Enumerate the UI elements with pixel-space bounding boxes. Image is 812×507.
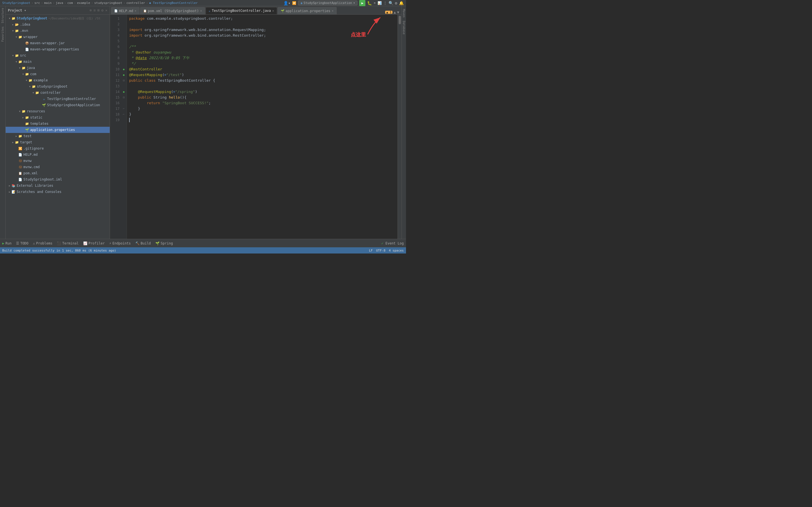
tab-testcontroller[interactable]: ☕ TestSpringBootController.java × — [206, 7, 277, 14]
tab-close-icon[interactable]: × — [272, 9, 274, 12]
settings-project-icon[interactable]: ⚙ — [101, 8, 103, 12]
code-content[interactable]: package com.example.studyspringboot.cont… — [127, 15, 398, 239]
tree-item-resources[interactable]: ▼ 📁 resources — [6, 108, 110, 114]
tree-item-root[interactable]: ▼ 📁 StudySpringboot ~/Documents/idea项目 (… — [6, 15, 110, 21]
spring-toolbar-item[interactable]: 🌱 Spring — [155, 241, 173, 245]
maven-tab[interactable]: Maven — [402, 7, 406, 19]
breadcrumb-item[interactable]: studyspringboot — [94, 1, 122, 5]
todo-toolbar-item[interactable]: ☰ TODO — [16, 241, 29, 245]
collapse-icon[interactable]: ⊕ — [90, 8, 92, 12]
tree-item-mvn-props[interactable]: 📄 maven-wrapper.properties — [6, 46, 110, 52]
tree-item-idea[interactable]: ▶ 📂 .idea — [6, 21, 110, 27]
tree-arrow: ▼ — [18, 67, 21, 69]
build-toolbar-item[interactable]: 🔨 Build — [135, 241, 151, 245]
scratches-icon: 📝 — [11, 189, 16, 194]
encoding[interactable]: UTF-8 — [376, 249, 386, 252]
props-icon: 📄 — [25, 47, 29, 52]
tree-item-com[interactable]: ▼ 📁 com — [6, 71, 110, 77]
tree-item-ext-libs[interactable]: ▶ 📚 External Libraries — [6, 182, 110, 189]
endpoints-toolbar-item[interactable]: ⚡ Endpoints — [109, 241, 131, 245]
tab-appprops[interactable]: 🌱 application.properties × — [278, 7, 337, 14]
tree-item-test-controller[interactable]: ☕ TestSpringBootController — [6, 96, 110, 102]
warning-badge[interactable]: ▲ 1 — [385, 11, 393, 14]
notifications-icon[interactable]: 🔔 — [399, 1, 404, 5]
problems-toolbar-item[interactable]: ⚠ Problems — [33, 241, 52, 245]
tab-pomxml[interactable]: 📋 pom.xml (StudySpringboot) × — [140, 7, 205, 14]
indent[interactable]: 4 spaces — [389, 249, 404, 252]
tree-item-mvnwcmd[interactable]: Ⓜ mvnw.cmd — [6, 164, 110, 170]
tree-item-static[interactable]: ▶ 📁 static — [6, 114, 110, 121]
search-icon[interactable]: 🔍 — [389, 1, 393, 5]
resources-folder-icon: 📁 — [21, 109, 26, 114]
tree-item-test[interactable]: ▶ 📁 test — [6, 133, 110, 139]
tree-item-java[interactable]: ▼ 📁 java — [6, 65, 110, 71]
tree-item-main-app[interactable]: 🌱 StudySpringbootApplication — [6, 102, 110, 108]
editor-tabs: 📄 HELP.md × 📋 pom.xml (StudySpringboot) … — [110, 6, 402, 15]
favorites-tab[interactable]: Favorites — [1, 25, 5, 43]
breadcrumb-item[interactable]: src — [35, 1, 40, 5]
tree-label: StudySpringboot.iml — [23, 177, 62, 181]
breadcrumb-item[interactable]: example — [77, 1, 90, 5]
more-icon[interactable]: ⋮ — [384, 1, 387, 5]
debug-icon[interactable]: 🐛 — [367, 1, 372, 5]
line-sep[interactable]: LF — [369, 249, 373, 252]
tab-helpmd[interactable]: 📄 HELP.md × — [111, 7, 140, 14]
tree-item-mvnw[interactable]: Ⓜ mvnw — [6, 158, 110, 164]
tree-item-studyspringboot[interactable]: ▼ 📁 studyspringboot — [6, 83, 110, 90]
profile-icon[interactable]: 📊 — [377, 1, 382, 5]
tree-item-wrapper[interactable]: ▼ 📁 wrapper — [6, 34, 110, 40]
event-log-item[interactable]: ✓ Event Log — [382, 241, 404, 245]
tree-item-target[interactable]: ▶ 📁 target — [6, 139, 110, 145]
breadcrumb-item[interactable]: main — [44, 1, 52, 5]
tree-item-gitignore[interactable]: 🔀 .gitignore — [6, 145, 110, 152]
project-tree: ▼ 📁 StudySpringboot ~/Documents/idea项目 (… — [6, 15, 110, 239]
tree-item-example[interactable]: ▼ 📁 example — [6, 77, 110, 83]
code-line-9: */ — [129, 61, 395, 66]
expand-editor-icon[interactable]: ▲ — [394, 10, 396, 14]
tree-item-controller[interactable]: ▼ 📁 controller — [6, 90, 110, 96]
main-app-icon: 🌱 — [42, 103, 46, 107]
breadcrumb-item[interactable]: StudySpringboot — [2, 1, 30, 5]
coverage-icon[interactable]: ☂ — [373, 1, 375, 5]
editor-scrollbar[interactable] — [398, 15, 402, 239]
profiler-toolbar-item[interactable]: 📈 Profiler — [83, 241, 105, 245]
run-config-selector[interactable]: ◉ StudySpringbootApplication ▾ — [298, 1, 357, 5]
filter-icon[interactable]: ⊞ — [98, 8, 100, 12]
project-panel-title[interactable]: Project ▾ — [8, 8, 26, 12]
tree-item-mvn[interactable]: ▼ 📁 .mvn — [6, 27, 110, 34]
run-button[interactable]: ▶ — [359, 0, 365, 6]
tree-item-app-props[interactable]: 🌱 application.properties — [6, 127, 110, 133]
settings-icon[interactable]: ⚙ — [395, 1, 397, 5]
code-editor[interactable]: 1 2 3 4 5 6 7 8 9 10 11 12 13 14 — [110, 15, 402, 239]
terminal-toolbar-item[interactable]: ⬛ Terminal — [57, 241, 79, 245]
tree-label: test — [23, 134, 32, 138]
tree-arrow: ▶ — [11, 141, 15, 144]
tree-item-mvn-jar[interactable]: 📦 maven-wrapper.jar — [6, 40, 110, 46]
database-tab[interactable]: Database — [402, 19, 406, 36]
breadcrumb-item[interactable]: controller — [126, 1, 145, 5]
run-toolbar-item[interactable]: ▶ Run — [2, 241, 11, 245]
user-icon[interactable]: 👤▾ — [283, 1, 290, 5]
breadcrumb-item[interactable]: java — [56, 1, 63, 5]
problems-icon: ⚠ — [33, 241, 35, 245]
tree-item-src[interactable]: ▼ 📁 src — [6, 52, 110, 59]
tree-item-templates[interactable]: 📁 templates — [6, 121, 110, 127]
tree-item-iml[interactable]: 📄 StudySpringboot.iml — [6, 176, 110, 182]
collapse-editor-icon[interactable]: ▼ — [397, 10, 399, 14]
expand-icon[interactable]: ≡ — [94, 8, 96, 12]
tab-close-icon[interactable]: × — [332, 9, 334, 12]
structure-tab[interactable]: Structure — [1, 6, 5, 25]
breadcrumb-item-active[interactable]: ◆ TestSpringBootController — [149, 1, 198, 5]
md-icon: 📄 — [18, 152, 22, 157]
tree-item-scratches[interactable]: ▶ 📝 Scratches and Consoles — [6, 189, 110, 195]
vcs-icon[interactable]: 🔀 — [292, 1, 296, 5]
tree-label: Scratches and Consoles — [17, 190, 61, 194]
breadcrumb-item[interactable]: com — [67, 1, 73, 5]
tree-item-helpmd[interactable]: 📄 HELP.md — [6, 152, 110, 158]
endpoints-label: Endpoints — [112, 241, 131, 245]
tab-close-icon[interactable]: × — [200, 9, 202, 12]
tree-item-main[interactable]: ▼ 📁 main — [6, 59, 110, 65]
close-project-icon[interactable]: × — [105, 8, 107, 12]
tree-item-pomxml[interactable]: 📋 pom.xml — [6, 170, 110, 176]
tab-close-icon[interactable]: × — [135, 9, 137, 12]
